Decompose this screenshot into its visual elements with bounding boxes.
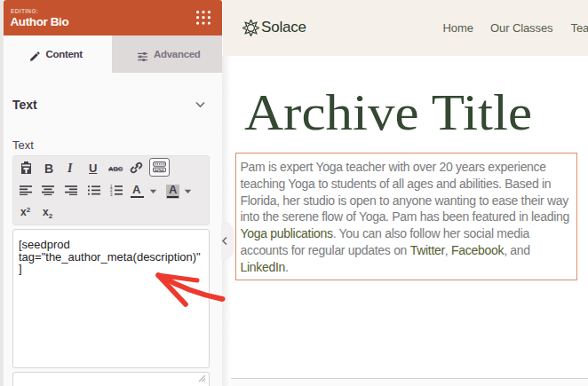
svg-text:3: 3: [110, 193, 113, 196]
